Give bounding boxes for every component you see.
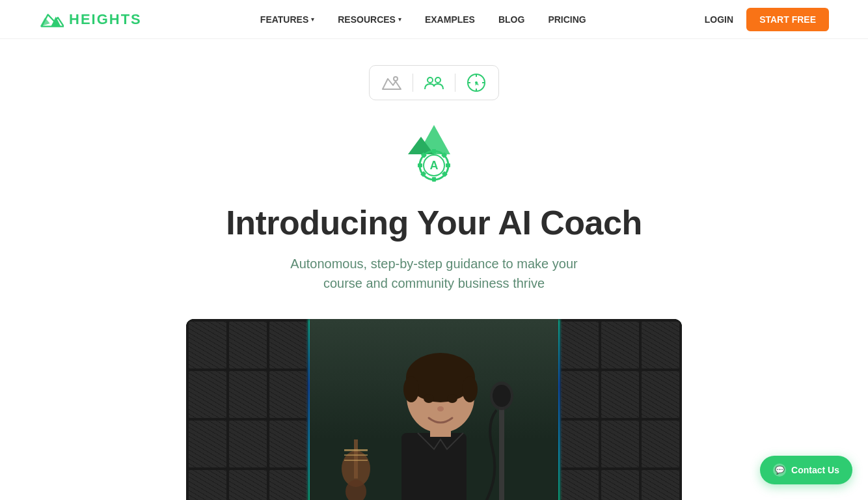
svg-point-40	[493, 385, 511, 407]
svg-rect-28	[344, 460, 368, 461]
svg-rect-14	[432, 149, 436, 154]
start-free-button[interactable]: START FREE	[746, 8, 829, 31]
divider	[455, 74, 455, 92]
right-panels	[558, 319, 682, 500]
chevron-down-icon: ▾	[398, 16, 401, 23]
logo-link[interactable]: HEIGHTS	[39, 10, 142, 29]
svg-point-35	[424, 394, 434, 403]
svg-marker-3	[383, 79, 401, 89]
navbar: HEIGHTS FEATURES ▾ RESOURCES ▾ EXAMPLES …	[0, 0, 868, 39]
nav-features[interactable]: FEATURES ▾	[260, 14, 314, 25]
nav-links: FEATURES ▾ RESOURCES ▾ EXAMPLES BLOG PRI…	[260, 14, 586, 25]
svg-rect-27	[344, 454, 368, 456]
hero-subtitle: Autonomous, step-by-step guidance to mak…	[290, 254, 577, 293]
left-panels	[186, 319, 310, 500]
ai-coach-icon: A	[398, 118, 470, 190]
chevron-down-icon: ▾	[311, 16, 314, 23]
hero-section: A A Introducing Your AI Coach	[0, 39, 868, 500]
mountains-icon	[381, 75, 402, 90]
login-button[interactable]: LOGIN	[705, 14, 733, 25]
svg-point-36	[447, 394, 457, 403]
svg-marker-1	[40, 17, 50, 26]
svg-rect-29	[401, 433, 467, 500]
divider	[413, 74, 413, 92]
hero-title: Introducing Your AI Coach	[226, 203, 642, 242]
center-scene	[310, 319, 558, 500]
contact-us-button[interactable]: 💬 Contact Us	[760, 456, 852, 484]
svg-point-6	[435, 77, 441, 83]
video-scene	[186, 319, 682, 500]
logo-text: HEIGHTS	[69, 11, 142, 28]
nav-blog[interactable]: BLOG	[498, 14, 524, 25]
chat-icon: 💬	[773, 464, 786, 477]
svg-text:A: A	[475, 81, 479, 87]
svg-rect-17	[446, 163, 450, 167]
compass-icon: A	[466, 72, 487, 93]
person-svg	[317, 319, 551, 500]
svg-point-34	[462, 376, 478, 402]
svg-rect-25	[354, 439, 358, 479]
svg-point-5	[427, 77, 433, 83]
video-thumbnail[interactable]	[186, 319, 682, 500]
svg-point-4	[394, 77, 398, 81]
svg-rect-15	[432, 177, 436, 182]
svg-rect-16	[418, 163, 422, 167]
svg-text:A: A	[430, 159, 439, 172]
nav-resources[interactable]: RESOURCES ▾	[338, 14, 401, 25]
logo-icon	[39, 10, 64, 29]
people-icon	[424, 75, 444, 90]
nav-pricing[interactable]: PRICING	[548, 14, 586, 25]
svg-point-33	[403, 376, 419, 402]
svg-rect-26	[344, 449, 368, 451]
nav-actions: LOGIN START FREE	[705, 8, 829, 31]
svg-marker-2	[51, 16, 61, 26]
svg-rect-38	[499, 397, 504, 500]
nav-examples[interactable]: EXAMPLES	[425, 14, 475, 25]
feature-icon-bar: A	[369, 65, 499, 100]
svg-point-37	[437, 406, 444, 411]
